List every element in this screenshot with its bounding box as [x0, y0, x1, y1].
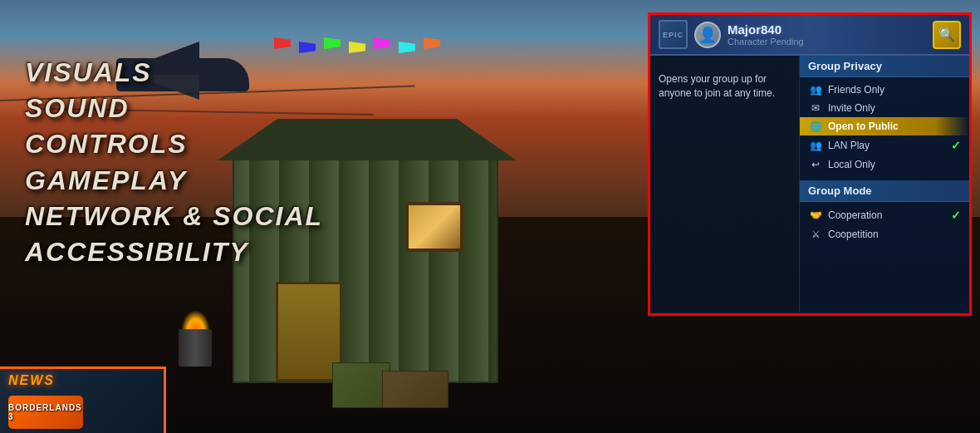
epic-badge: EPIC	[659, 20, 688, 49]
option-invite-only[interactable]: ✉ Invite Only	[800, 99, 969, 117]
menu-item-network-social[interactable]: NETWORK & SOCIAL	[25, 202, 323, 231]
cooperation-checkmark: ✓	[951, 209, 961, 222]
group-privacy-header: Group Privacy	[800, 56, 969, 77]
coopetition-icon: ⚔	[808, 229, 823, 240]
avatar: 👤	[694, 22, 721, 48]
profile-info: Major840 Character Pending	[728, 22, 926, 47]
open-public-icon: 🌐	[808, 121, 823, 132]
settings-panel: Group Privacy 👥 Friends Only ✉ Invite On…	[800, 56, 969, 312]
lan-play-icon: 👥	[808, 140, 823, 151]
menu-item-visuals[interactable]: VISUALS	[25, 58, 323, 87]
left-menu: VISUALS SOUND CONTROLS GAMEPLAY NETWORK …	[25, 58, 323, 267]
cooperation-label: Cooperation	[828, 209, 951, 221]
description-panel: Opens your group up for anyone to join a…	[650, 56, 800, 312]
search-icon: 🔍	[938, 27, 955, 42]
group-mode-options: 🤝 Cooperation ✓ ⚔ Coopetition	[800, 204, 969, 245]
menu-item-sound[interactable]: SOUND	[25, 94, 323, 123]
description-text: Opens your group up for anyone to join a…	[659, 72, 791, 101]
menu-item-controls[interactable]: CONTROLS	[25, 130, 323, 159]
lan-play-checkmark: ✓	[951, 139, 961, 152]
profile-header: EPIC 👤 Major840 Character Pending 🔍	[650, 15, 969, 56]
search-button[interactable]: 🔍	[933, 21, 961, 49]
local-only-icon: ↩	[808, 159, 823, 170]
option-coopetition[interactable]: ⚔ Coopetition	[800, 225, 969, 244]
news-label: NEWS	[8, 373, 55, 388]
coopetition-label: Coopetition	[828, 229, 961, 240]
profile-subtitle: Character Pending	[728, 37, 926, 47]
option-lan-play[interactable]: 👥 LAN Play ✓	[800, 135, 969, 155]
profile-name: Major840	[728, 22, 926, 37]
debris-boxes	[332, 342, 482, 408]
panel-content: Opens your group up for anyone to join a…	[650, 56, 969, 312]
main-panel: EPIC 👤 Major840 Character Pending 🔍 Open…	[648, 12, 972, 316]
option-friends-only[interactable]: 👥 Friends Only	[800, 81, 969, 99]
group-mode-header: Group Mode	[800, 180, 969, 202]
news-logo[interactable]: BORDERLANDS 3	[8, 396, 83, 429]
menu-item-accessibility[interactable]: ACCESSIBILITY	[25, 238, 323, 267]
group-privacy-options: 👥 Friends Only ✉ Invite Only 🌐 Open to P…	[800, 79, 969, 175]
invite-only-icon: ✉	[808, 102, 823, 114]
avatar-icon: 👤	[698, 26, 717, 44]
local-only-label: Local Only	[828, 159, 961, 170]
cooperation-icon: 🤝	[808, 209, 823, 221]
menu-item-gameplay[interactable]: GAMEPLAY	[25, 166, 323, 195]
invite-only-label: Invite Only	[828, 102, 961, 114]
friends-only-icon: 👥	[808, 84, 823, 96]
news-section: NEWS BORDERLANDS 3	[0, 367, 166, 433]
fire-barrel	[174, 317, 216, 367]
option-cooperation[interactable]: 🤝 Cooperation ✓	[800, 205, 969, 225]
option-open-to-public[interactable]: 🌐 Open to Public	[800, 117, 969, 135]
open-public-label: Open to Public	[828, 121, 961, 132]
friends-only-label: Friends Only	[828, 84, 961, 96]
lan-play-label: LAN Play	[828, 140, 951, 151]
option-local-only[interactable]: ↩ Local Only	[800, 155, 969, 174]
